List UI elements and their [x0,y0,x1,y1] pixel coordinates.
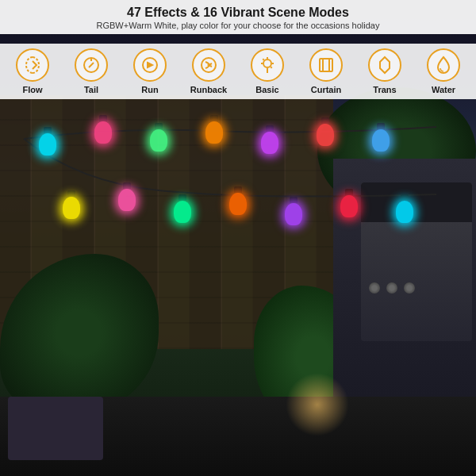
bulb-glass-8 [63,197,80,219]
knob-3 [404,282,415,294]
icon-label-flow: Flow [22,85,42,94]
bulb-14 [396,194,413,223]
bulb-glass-14 [396,201,413,223]
knob-1 [369,282,380,294]
bulb-glass-11 [229,193,247,215]
bulb-socket-3 [155,123,163,129]
bulb-glass-9 [118,189,136,211]
icon-label-trans: Trans [373,85,396,94]
bulb-6 [317,117,334,146]
icon-label-water: Water [432,85,455,94]
bulb-socket-9 [123,182,131,189]
icon-circle-tail [75,48,108,82]
patio-table [8,397,103,460]
icon-circle-flow [16,48,49,82]
icons-row: FlowTailRunRunbackBasicCurtainTransWater [0,44,476,99]
icon-item-curtain: Curtain [301,48,351,94]
icon-item-trans: Trans [359,48,410,94]
bulb-13 [340,189,358,217]
bulb-2 [94,115,112,144]
bulb-socket-1 [44,127,52,133]
bulb-socket-14 [401,194,409,201]
bulb-5 [261,125,278,154]
bulb-8 [63,190,80,219]
bulb-glass-5 [261,132,278,154]
bulb-glass-6 [317,124,334,146]
grill [361,182,472,341]
bulb-11 [229,186,247,215]
bulb-4 [205,115,223,144]
grill-top [361,182,472,222]
bulb-socket-12 [290,197,298,203]
svg-line-10 [271,67,271,67]
bulb-12 [285,197,302,225]
bulb-socket-7 [377,123,385,129]
icon-circle-runback [192,48,225,82]
bulb-3 [150,123,167,152]
grill-knobs [369,282,415,294]
svg-point-4 [263,60,271,67]
bulb-glass-13 [340,195,358,217]
icon-item-flow: Flow [7,48,58,94]
icon-label-runback: Runback [190,85,227,94]
icon-circle-basic [251,48,284,82]
icon-circle-run [133,48,167,82]
icon-label-curtain: Curtain [311,85,342,94]
icon-item-runback: Runback [183,48,234,94]
icon-circle-curtain [309,48,343,82]
icon-circle-water [427,48,460,82]
bulb-socket-8 [67,190,75,197]
bulb-socket-2 [99,115,107,121]
bulb-glass-2 [94,121,112,144]
bulb-glass-1 [39,133,56,155]
top-bar: 47 Effects & 16 Vibrant Scene Modes RGBW… [0,0,476,34]
ground-glow [286,373,349,436]
svg-line-9 [263,59,263,60]
icon-label-tail: Tail [84,85,98,94]
icon-item-basic: Basic [242,48,293,94]
bulb-socket-4 [210,115,218,121]
svg-rect-11 [320,59,332,71]
bulb-socket-13 [345,189,353,195]
main-container: 47 Effects & 16 Vibrant Scene Modes RGBW… [0,0,476,476]
main-title: 47 Effects & 16 Vibrant Scene Modes [8,5,468,20]
bulb-glass-4 [205,121,223,144]
svg-marker-14 [380,57,390,73]
bulb-socket-6 [321,117,329,124]
bulb-glass-7 [372,129,390,152]
bulb-socket-11 [234,186,242,193]
bulb-glass-3 [150,129,167,152]
bulb-9 [118,182,136,211]
knob-2 [386,282,397,294]
icon-circle-trans [368,48,401,82]
icon-item-run: Run [125,48,175,94]
bulb-glass-12 [285,203,302,225]
icon-item-tail: Tail [66,48,117,94]
bulb-socket-5 [266,125,274,132]
bulb-1 [39,127,56,155]
icon-item-water: Water [418,48,469,94]
bulb-socket-10 [178,194,186,201]
bulb-10 [174,194,191,223]
icon-label-run: Run [141,85,158,94]
bulb-7 [372,123,390,152]
subtitle: RGBW+Warm White, play color for your cho… [8,20,468,31]
icon-label-basic: Basic [255,85,278,94]
bulb-glass-10 [174,201,191,223]
